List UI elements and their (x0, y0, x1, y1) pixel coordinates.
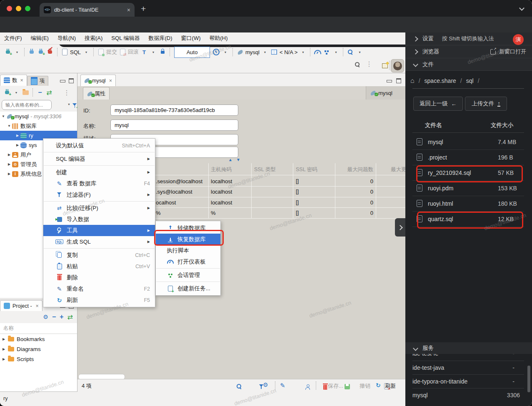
menu-navigate[interactable]: 导航(N) (57, 35, 76, 42)
editor-minimize-icon[interactable] (387, 80, 392, 82)
auto-commit-selector[interactable]: Auto (174, 47, 210, 58)
expand-all-icon[interactable] (60, 313, 63, 321)
breadcrumb-sql[interactable]: sql (466, 77, 474, 84)
expander-icon[interactable] (15, 143, 20, 147)
menu-item-view-database[interactable]: 查看 数据库 F4 (43, 178, 155, 189)
grid-user-icon[interactable] (305, 384, 310, 389)
file-name-header[interactable]: 文件名 (425, 122, 442, 129)
project-item-scripts[interactable]: Scripts (0, 354, 77, 364)
col-host-mask[interactable]: 主机掩码 (211, 166, 232, 173)
tab-database-navigator[interactable]: 数 (0, 75, 27, 86)
expander-icon[interactable] (7, 172, 12, 176)
connection-selector[interactable]: mysql (245, 48, 260, 56)
save-label[interactable]: 保存... (328, 382, 343, 390)
grid-maxq-cell[interactable]: 0 (337, 178, 373, 184)
commit-label[interactable]: 提交 (106, 48, 117, 56)
menu-item-filter[interactable]: 过滤器(F) (43, 189, 155, 200)
new-connection-icon[interactable] (6, 50, 10, 54)
sql-dropdown-icon[interactable] (82, 48, 90, 56)
panel-new-connection-dropdown-icon[interactable] (12, 88, 20, 97)
splitter-arrows[interactable] (228, 157, 244, 162)
network-config-icon[interactable] (325, 50, 326, 52)
rollback-label[interactable]: 回滚 (128, 48, 139, 56)
grid-edit-icon[interactable] (280, 382, 285, 389)
expander-icon[interactable] (7, 153, 12, 157)
open-new-window-label[interactable]: 新窗口打开 (499, 48, 526, 55)
section-browser[interactable]: 浏览器 新窗口打开 (405, 45, 532, 58)
new-folder-icon[interactable] (22, 90, 29, 95)
name-field[interactable]: mysql (110, 120, 238, 131)
tab-properties[interactable]: 属性 (83, 87, 110, 100)
tab-close-icon[interactable] (36, 303, 39, 309)
section-files[interactable]: 文件 (405, 58, 532, 71)
grid-sslpwd-cell[interactable]: [] (296, 209, 299, 216)
service-row-ide-test-java[interactable]: ide-test-java - (412, 361, 524, 375)
service-row-ide-test-fe[interactable]: ide-test-fe - (412, 354, 524, 361)
menu-sql-editor[interactable]: SQL 编辑器 (111, 35, 140, 42)
tab-search-chevron-icon[interactable] (519, 5, 525, 11)
sidebar-collapse-handle[interactable] (395, 218, 405, 237)
save-icon[interactable] (345, 384, 350, 389)
menu-item-tools[interactable]: 工具 (43, 225, 155, 236)
open-new-window-icon[interactable] (490, 49, 496, 55)
new-connection-dropdown-icon[interactable] (13, 48, 21, 56)
grid-maxq-cell[interactable]: 0 (337, 210, 373, 216)
file-row-ruoyi-pdm[interactable]: ruoyi.pdm 153 KB (412, 180, 524, 196)
section-services[interactable]: 服务 (405, 342, 532, 354)
filter-dropdown-icon[interactable] (67, 103, 70, 106)
refresh-label[interactable]: 刷新 (385, 382, 396, 390)
menu-database[interactable]: 数据库(D) (149, 35, 172, 42)
commit-icon[interactable] (98, 49, 104, 55)
undo-label[interactable]: 撤销 (360, 382, 370, 390)
grid-mask-cell[interactable]: localhost (211, 189, 232, 195)
tab-projects[interactable]: 项 (27, 76, 49, 86)
back-up-level-button[interactable]: 返回上一级 (413, 97, 463, 111)
grid-user-cell[interactable]: .session@localhost (156, 178, 202, 184)
grid-search-icon[interactable] (237, 384, 242, 389)
grid-user-cell[interactable]: ocalhost (156, 199, 176, 206)
upload-file-button[interactable]: 上传文件 (465, 97, 507, 111)
quick-search-icon[interactable] (355, 62, 360, 67)
project-item-diagrams[interactable]: Diagrams (0, 344, 77, 354)
menu-item-refresh[interactable]: 刷新 F5 (43, 294, 155, 306)
menu-item-compare-migrate[interactable]: 比较/迁移(P) (43, 202, 155, 214)
tab-project[interactable]: Project - (0, 300, 42, 311)
connect-icon[interactable] (30, 50, 34, 54)
col-max-questions[interactable]: 最大问题数 (337, 166, 373, 173)
submenu-item-session-manager[interactable]: 会话管理 (156, 269, 220, 281)
file-size-header[interactable]: 文件大小 (491, 122, 513, 129)
search-dropdown-icon[interactable] (356, 48, 363, 56)
link-with-editor-icon[interactable] (67, 313, 73, 321)
transaction-log-dropdown-icon[interactable] (222, 48, 229, 56)
collapse-all-icon[interactable] (36, 88, 44, 97)
breadcrumb-space-share[interactable]: space.share (425, 77, 456, 84)
grid-user-cell[interactable]: .sys@localhost (156, 189, 192, 195)
grid-sslpwd-cell[interactable]: [] (296, 188, 299, 194)
lock-toggle-icon[interactable] (161, 51, 165, 54)
transaction-log-icon[interactable] (213, 49, 220, 55)
tree-item-databases[interactable]: 数据库 (0, 121, 77, 131)
project-item-bookmarks[interactable]: Bookmarks (0, 334, 77, 344)
expander-icon[interactable] (2, 357, 8, 361)
open-perspective-icon[interactable] (382, 63, 388, 68)
file-row-mysql[interactable]: mysql 7.4 MB (412, 134, 524, 150)
menu-help[interactable]: 帮助(H) (209, 35, 227, 42)
menu-file[interactable]: 文件(F) (4, 35, 22, 42)
expander-icon[interactable] (2, 347, 8, 351)
panel-new-connection-icon[interactable] (5, 91, 9, 94)
disconnect-icon[interactable] (48, 50, 52, 54)
grid-mask-cell[interactable]: localhost (211, 178, 232, 184)
settings-gear-icon[interactable] (43, 313, 48, 321)
window-minimize-button[interactable] (16, 6, 21, 11)
menu-item-delete[interactable]: 删除 (43, 272, 155, 283)
grid-mask-cell[interactable]: localhost (211, 199, 232, 206)
grid-mask-cell[interactable]: % (211, 210, 216, 216)
panel-minimize-icon[interactable] (60, 80, 65, 82)
browser-tab[interactable]: <t> db-client - TitanIDE (40, 3, 135, 17)
grid-sslpwd-cell[interactable]: [] (296, 178, 299, 184)
panel-overflow-icon[interactable] (63, 88, 70, 97)
id-field[interactable]: mysql8-185a0a81b9e-737a630e5adf19cb (110, 105, 238, 116)
menu-item-sql-editor[interactable]: SQL 编辑器 (43, 153, 155, 164)
sidebar-scrollbar-thumb[interactable] (527, 366, 530, 392)
home-icon[interactable] (410, 77, 415, 85)
